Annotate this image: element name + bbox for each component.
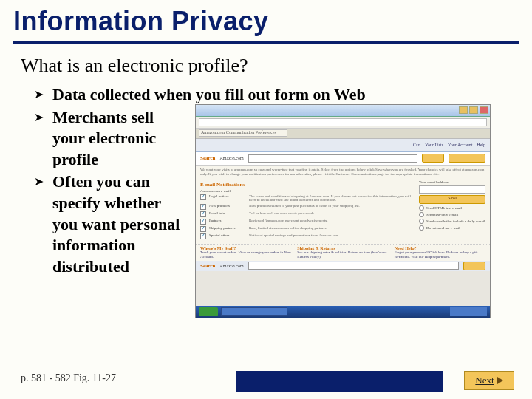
close-icon	[480, 106, 488, 114]
site-nav: Cart Your Lists Your Account Help	[196, 139, 490, 152]
radio-icon	[419, 212, 424, 217]
help-links: Forgot your password? Click here. Redeem…	[395, 250, 485, 259]
help-footer: Where's My Stuff?Track your recent order…	[196, 244, 490, 261]
embedded-screenshot: Amazon.com Communication Preferences Car…	[195, 104, 491, 318]
checkbox-icon	[200, 219, 206, 225]
radio-label: Send text-only e-mail	[426, 213, 458, 216]
browser-tab: Amazon.com Communication Preferences	[199, 129, 287, 137]
checkbox-icon	[200, 211, 206, 217]
radio-option: Send text-only e-mail	[419, 212, 485, 217]
search-domain: Amazon.com	[219, 264, 243, 268]
radio-icon	[419, 205, 424, 211]
pref-desc: Reviewed Amazon.com merchant co-advertis…	[249, 219, 415, 223]
pref-desc: The terms and conditions of shopping at …	[249, 194, 415, 202]
address-bar	[199, 118, 487, 126]
web-search-button	[449, 154, 485, 163]
bullet-text: Merchants sell your electronic profile	[52, 107, 189, 171]
email-label: Your e-mail address	[419, 180, 485, 184]
radio-label: Send HTML text e-mail	[426, 206, 462, 210]
bullet-arrow-icon: ➤	[34, 87, 44, 101]
slide-title-area: Information Privacy	[0, 0, 532, 40]
taskbar-item	[221, 307, 287, 316]
pref-desc: Rare, limited Amazon.com online shopping…	[249, 226, 415, 231]
next-label: Next	[475, 375, 494, 386]
site-search-bar: Search Amazon.com	[196, 152, 490, 166]
search-label: Search	[200, 155, 215, 161]
maximize-icon	[469, 106, 478, 114]
notifications-panel: E-mail Notifications Amazon.com e-mail L…	[200, 180, 415, 241]
radio-option: Send e-mails that include a daily a-mail	[419, 219, 485, 224]
footer-accent	[236, 371, 443, 392]
pref-desc: New products related to your past purcha…	[249, 204, 415, 208]
page-intro-text: We want your visits to amazon.com so eas…	[196, 166, 490, 179]
bullet-text: Often you can specify whether you want p…	[52, 171, 189, 277]
checkbox-icon	[200, 226, 206, 232]
bullet-column: ➤ Merchants sell your electronic profile…	[34, 107, 189, 279]
nav-account: Your Account	[448, 143, 472, 147]
help-links: See our shipping rates & policies. Retur…	[297, 250, 388, 259]
go-button	[463, 262, 485, 270]
pref-desc: Notice of special savings and promotions…	[249, 233, 415, 238]
pref-label: Special offers	[209, 233, 246, 237]
search-input	[248, 262, 459, 270]
page-reference: p. 581 - 582 Fig. 11-27	[21, 372, 116, 384]
pref-item: Shipping partnersRare, limited Amazon.co…	[200, 226, 415, 232]
system-tray	[450, 307, 487, 316]
pref-desc: Tell us how well our store meets your ne…	[249, 211, 415, 216]
help-col: Where's My Stuff?Track your recent order…	[200, 246, 291, 259]
pref-label: New products	[209, 204, 246, 208]
search-input	[248, 154, 417, 163]
section-title: E-mail Notifications	[200, 182, 415, 188]
pref-label: Retail info	[209, 211, 246, 215]
radio-option: Do not send me e-mail	[419, 225, 485, 231]
slide-question: What is an electronic profile?	[21, 55, 532, 77]
help-col: Shipping & ReturnsSee our shipping rates…	[297, 246, 388, 259]
pref-label: Partners	[209, 219, 246, 222]
bullet-item: ➤ Merchants sell your electronic profile	[34, 107, 189, 171]
checkbox-icon	[200, 204, 206, 210]
start-button-icon	[199, 307, 218, 316]
search-domain: Amazon.com	[219, 156, 243, 160]
title-underline	[13, 41, 519, 44]
pref-item: PartnersReviewed Amazon.com merchant co-…	[200, 219, 415, 225]
bullet-item: ➤ Often you can specify whether you want…	[34, 171, 189, 277]
help-col: Need Help?Forgot your password? Click he…	[395, 246, 485, 259]
email-input	[419, 185, 485, 194]
checkbox-icon	[200, 194, 206, 200]
radio-icon	[419, 225, 424, 231]
bullet-arrow-icon: ➤	[34, 110, 44, 124]
windows-taskbar	[196, 306, 490, 318]
browser-tabstrip: Amazon.com Communication Preferences	[196, 129, 490, 139]
search-label: Search	[200, 263, 215, 269]
radio-option: Send HTML text e-mail	[419, 205, 485, 211]
minimize-icon	[459, 106, 468, 114]
pref-label: Legal notices	[209, 194, 246, 198]
go-button	[422, 154, 444, 163]
nav-lists: Your Lists	[425, 143, 443, 147]
nav-help: Help	[477, 143, 485, 147]
save-button: Save	[419, 195, 485, 204]
radio-icon	[419, 219, 424, 224]
slide-title: Information Privacy	[13, 6, 519, 37]
pref-label: Shipping partners	[209, 226, 246, 230]
bullet-arrow-icon: ➤	[34, 174, 44, 188]
pref-item: New productsNew products related to your…	[200, 204, 415, 210]
pref-item: Legal noticesThe terms and conditions of…	[200, 194, 415, 202]
nav-cart: Cart	[413, 143, 420, 147]
bullet-item: ➤ Data collected when you fill out form …	[34, 84, 492, 106]
pref-item: Special offersNotice of special savings …	[200, 233, 415, 239]
help-links: Track your recent orders. View or change…	[200, 250, 291, 259]
checkbox-icon	[200, 233, 206, 239]
next-button[interactable]: Next	[464, 371, 514, 390]
bottom-search-bar: Search Amazon.com	[196, 261, 490, 271]
section-subtitle: Amazon.com e-mail	[200, 189, 415, 193]
browser-toolbar	[196, 117, 490, 129]
slide-footer: p. 581 - 582 Fig. 11-27 Next	[0, 366, 532, 399]
bullet-text: Data collected when you fill out form on…	[52, 84, 366, 106]
window-titlebar	[196, 105, 490, 117]
arrow-right-icon	[497, 377, 503, 384]
radio-label: Send e-mails that include a daily a-mail	[426, 219, 485, 223]
radio-label: Do not send me e-mail	[426, 226, 460, 230]
email-panel: Your e-mail address Save Send HTML text …	[419, 180, 485, 241]
pref-item: Retail infoTell us how well our store me…	[200, 211, 415, 217]
